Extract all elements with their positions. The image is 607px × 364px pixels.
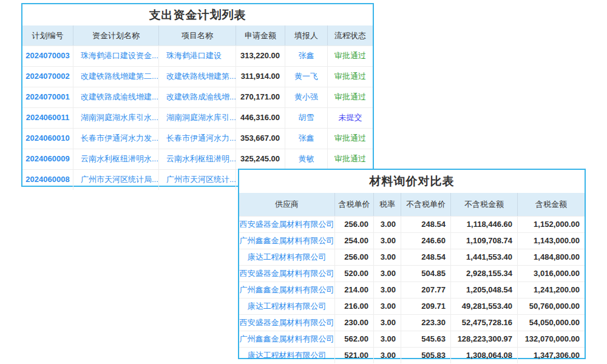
amount-cell: 311,914.00 — [236, 67, 285, 87]
col-header-tax-rate: 税率 — [374, 193, 401, 216]
supplier-link[interactable]: 西安盛器金属材料有限公司 — [239, 217, 335, 232]
tax-rate-cell: 3.00 — [374, 348, 401, 363]
fund-plan-name-link[interactable]: 广州市天河区统计局... — [73, 170, 159, 190]
amount-cell: 313,220.00 — [236, 46, 285, 66]
amount-excl-tax-cell: 2,928,155.34 — [451, 266, 518, 281]
col-header-amount-incl-tax: 含税金额 — [518, 193, 585, 216]
col-header-flow-status: 流程状态 — [328, 25, 373, 46]
price-incl-tax-cell: 562.00 — [335, 331, 374, 347]
tax-rate-cell: 3.00 — [374, 282, 401, 298]
material-inquiry-table-title: 材料询价对比表 — [239, 170, 585, 193]
status-cell: 审批通过 — [328, 67, 373, 87]
amount-excl-tax-cell: 1,205,048.54 — [451, 282, 518, 298]
table-row: 康达工程材料有限公司 521.00 3.00 505.83 1,308,064.… — [239, 347, 585, 363]
amount-excl-tax-cell: 1,441,553.40 — [451, 249, 518, 265]
amount-incl-tax-cell: 3,016,000.00 — [518, 266, 585, 281]
page: { "colors": { "panel_border": "#39b4e9",… — [0, 0, 607, 364]
fund-plan-name-link[interactable]: 改建铁路成渝线增建... — [73, 87, 159, 107]
supplier-link[interactable]: 康达工程材料有限公司 — [239, 348, 335, 363]
status-cell: 审批通过 — [328, 129, 373, 149]
price-incl-tax-cell: 216.00 — [335, 298, 374, 314]
project-name-link[interactable]: 长春市伊通河水力... — [159, 129, 236, 149]
table-row: 西安盛器金属材料有限公司 230.00 3.00 223.30 52,475,7… — [239, 314, 585, 331]
material-inquiry-table: 材料询价对比表 供应商 含税单价 税率 不含税单价 不含税金额 含税金额 西安盛… — [238, 169, 586, 359]
plan-id-link[interactable]: 2024070003 — [22, 46, 73, 66]
amount-incl-tax-cell: 54,050,000.00 — [518, 315, 585, 331]
col-header-plan-id: 计划编号 — [22, 25, 73, 46]
amount-cell: 270,171.00 — [236, 87, 285, 107]
project-name-link[interactable]: 珠海鹤港口建设 — [159, 46, 236, 66]
status-cell: 审批通过 — [328, 87, 373, 107]
status-cell: 审批通过 — [328, 149, 373, 169]
supplier-link[interactable]: 西安盛器金属材料有限公司 — [239, 315, 335, 331]
filler-cell: 黄一飞 — [285, 67, 328, 87]
price-incl-tax-cell: 230.00 — [335, 315, 374, 331]
supplier-link[interactable]: 广州鑫鑫金属材料有限公司 — [239, 282, 335, 298]
fund-plan-name-link[interactable]: 湖南洞庭湖水库引水... — [73, 108, 159, 128]
plan-id-link[interactable]: 2024070001 — [22, 87, 73, 107]
price-excl-tax-cell: 248.54 — [401, 249, 451, 265]
col-header-price-incl-tax: 含税单价 — [335, 193, 374, 216]
fund-plan-name-link[interactable]: 云南水利枢纽潜明水... — [73, 149, 159, 169]
project-name-link[interactable]: 改建铁路成渝线增... — [159, 87, 236, 107]
supplier-link[interactable]: 康达工程材料有限公司 — [239, 249, 335, 265]
project-name-link[interactable]: 改建铁路线增建第... — [159, 67, 236, 87]
material-inquiry-header-row: 供应商 含税单价 税率 不含税单价 不含税金额 含税金额 — [239, 193, 585, 216]
amount-cell: 325,245.00 — [236, 149, 285, 169]
table-row: 康达工程材料有限公司 256.00 3.00 248.54 1,441,553.… — [239, 249, 585, 265]
price-incl-tax-cell: 520.00 — [335, 266, 374, 281]
amount-excl-tax-cell: 1,118,446.60 — [451, 217, 518, 232]
filler-cell: 黄小强 — [285, 87, 328, 107]
col-header-project: 项目名称 — [159, 25, 236, 46]
supplier-link[interactable]: 康达工程材料有限公司 — [239, 298, 335, 314]
col-header-fund-plan: 资金计划名称 — [73, 25, 159, 46]
tax-rate-cell: 3.00 — [374, 331, 401, 347]
fund-plan-name-link[interactable]: 改建铁路线增建第二... — [73, 67, 159, 87]
col-header-amount: 申请金额 — [236, 25, 285, 46]
table-row: 2024070001 改建铁路成渝线增建... 改建铁路成渝线增... 270,… — [22, 87, 373, 107]
table-row: 2024060011 湖南洞庭湖水库引水... 湖南洞庭湖水库引... 446,… — [22, 107, 373, 128]
table-row: 2024060009 云南水利枢纽潜明水... 云南水利枢纽潜明... 325,… — [22, 149, 373, 169]
col-header-price-excl-tax: 不含税单价 — [401, 193, 451, 216]
supplier-link[interactable]: 西安盛器金属材料有限公司 — [239, 266, 335, 281]
plan-id-link[interactable]: 2024060009 — [22, 149, 73, 169]
plan-id-link[interactable]: 2024060011 — [22, 108, 73, 128]
price-incl-tax-cell: 256.00 — [335, 249, 374, 265]
project-name-link[interactable]: 云南水利枢纽潜明... — [159, 149, 236, 169]
price-excl-tax-cell: 545.63 — [401, 331, 451, 347]
plan-id-link[interactable]: 2024060008 — [22, 170, 73, 190]
table-row: 广州鑫鑫金属材料有限公司 214.00 3.00 207.77 1,205,04… — [239, 281, 585, 298]
amount-incl-tax-cell: 1,143,000.00 — [518, 233, 585, 249]
table-row: 2024070002 改建铁路线增建第二... 改建铁路线增建第... 311,… — [22, 66, 373, 87]
col-header-filler: 填报人 — [285, 25, 328, 46]
tax-rate-cell: 3.00 — [374, 249, 401, 265]
col-header-amount-excl-tax: 不含税金额 — [451, 193, 518, 216]
price-excl-tax-cell: 505.83 — [401, 348, 451, 363]
fund-plan-name-link[interactable]: 珠海鹤港口建设资金... — [73, 46, 159, 66]
plan-id-link[interactable]: 2024070002 — [22, 67, 73, 87]
project-name-link[interactable]: 湖南洞庭湖水库引... — [159, 108, 236, 128]
table-row: 广州鑫鑫金属材料有限公司 562.00 3.00 545.63 128,223,… — [239, 331, 585, 347]
amount-incl-tax-cell: 50,760,000.00 — [518, 298, 585, 314]
price-excl-tax-cell: 223.30 — [401, 315, 451, 331]
supplier-link[interactable]: 广州鑫鑫金属材料有限公司 — [239, 233, 335, 249]
fund-plan-name-link[interactable]: 长春市伊通河水力发... — [73, 129, 159, 149]
expense-plan-table: 支出资金计划列表 计划编号 资金计划名称 项目名称 申请金额 填报人 流程状态 … — [21, 3, 374, 187]
table-row: 广州鑫鑫金属材料有限公司 254.00 3.00 246.60 1,109,70… — [239, 232, 585, 249]
amount-excl-tax-cell: 52,475,728.16 — [451, 315, 518, 331]
project-name-link[interactable]: 广州市天河区统计... — [159, 170, 236, 190]
supplier-link[interactable]: 广州鑫鑫金属材料有限公司 — [239, 331, 335, 347]
expense-plan-header-row: 计划编号 资金计划名称 项目名称 申请金额 填报人 流程状态 — [22, 25, 373, 46]
tax-rate-cell: 3.00 — [374, 298, 401, 314]
amount-cell: 446,316.00 — [236, 108, 285, 128]
price-excl-tax-cell: 248.54 — [401, 217, 451, 232]
amount-incl-tax-cell: 1,241,200.00 — [518, 282, 585, 298]
price-excl-tax-cell: 504.85 — [401, 266, 451, 281]
amount-excl-tax-cell: 128,223,300.97 — [451, 331, 518, 347]
price-incl-tax-cell: 214.00 — [335, 282, 374, 298]
amount-cell: 353,667.00 — [236, 129, 285, 149]
table-row: 西安盛器金属材料有限公司 520.00 3.00 504.85 2,928,15… — [239, 265, 585, 281]
plan-id-link[interactable]: 2024060010 — [22, 129, 73, 149]
price-excl-tax-cell: 246.60 — [401, 233, 451, 249]
table-row: 2024070003 珠海鹤港口建设资金... 珠海鹤港口建设 313,220.… — [22, 46, 373, 66]
